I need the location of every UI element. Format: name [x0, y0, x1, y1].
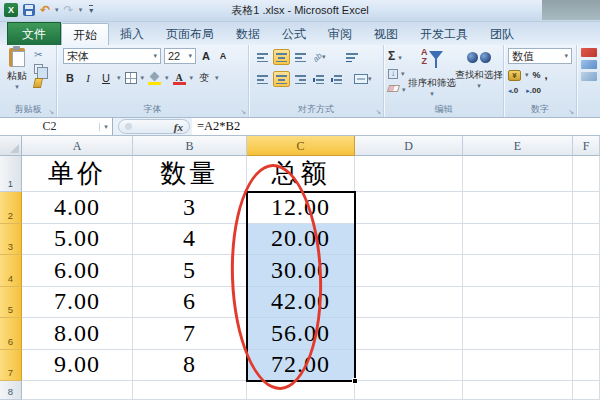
fill-color-dropdown-icon[interactable]: ▾ [165, 74, 169, 82]
cell-B4[interactable]: 5 [133, 255, 247, 287]
underline-dropdown-icon[interactable]: ▾ [117, 74, 121, 82]
cell-B6[interactable]: 7 [133, 318, 247, 350]
number-format-select[interactable]: 数值 ▾ [508, 48, 572, 64]
cell-A8[interactable] [22, 381, 133, 400]
row-header-4[interactable]: 4 [0, 255, 22, 287]
cell-C5[interactable]: 42.00 [247, 287, 355, 319]
tab-insert[interactable]: 插入 [109, 24, 155, 45]
cell-D2[interactable] [355, 192, 463, 224]
underline-button[interactable]: U [99, 70, 113, 86]
find-select-button[interactable]: 查找和选择 ▾ [455, 48, 503, 90]
bold-button[interactable]: B [63, 70, 77, 86]
cell-E2[interactable] [463, 192, 573, 224]
number-dialog-launcher-icon[interactable]: ↘ [568, 108, 574, 115]
clear-icon[interactable]: ▾ [388, 82, 406, 94]
paste-button[interactable]: 粘贴 ▾ [4, 48, 30, 91]
insert-function-button[interactable]: fx [118, 119, 190, 134]
cell-A7[interactable]: 9.00 [22, 350, 133, 382]
cell-C1[interactable]: 总额 [247, 156, 355, 192]
wrap-text-icon[interactable] [344, 49, 360, 65]
grow-font-icon[interactable]: A [199, 48, 213, 64]
cell-B7[interactable]: 8 [133, 350, 247, 382]
align-right-icon[interactable] [293, 71, 308, 87]
accounting-dropdown-icon[interactable]: ▾ [525, 71, 529, 79]
borders-dropdown-icon[interactable]: ▾ [141, 74, 145, 82]
row-header-3[interactable]: 3 [0, 224, 22, 256]
cell-B2[interactable]: 3 [133, 192, 247, 224]
number-format-dropdown-icon[interactable]: ▾ [564, 52, 568, 60]
increase-indent-icon[interactable] [329, 71, 344, 87]
cell-C6[interactable]: 56.00 [247, 318, 355, 350]
cell-D5[interactable] [355, 287, 463, 319]
cell-B3[interactable]: 4 [133, 224, 247, 256]
select-all-corner[interactable] [0, 136, 22, 156]
column-header-B[interactable]: B [133, 136, 247, 156]
cell-C2[interactable]: 12.00 [247, 192, 355, 224]
row-header-2[interactable]: 2 [0, 192, 22, 224]
tab-view[interactable]: 视图 [363, 24, 409, 45]
cell-F8[interactable] [573, 381, 600, 400]
name-box-dropdown-icon[interactable]: ▾ [99, 123, 112, 131]
orientation-icon[interactable]: ab▾ [311, 49, 327, 65]
alignment-dialog-launcher-icon[interactable]: ↘ [375, 108, 381, 115]
column-header-A[interactable]: A [22, 136, 133, 156]
cell-A5[interactable]: 7.00 [22, 287, 133, 319]
cell-E8[interactable] [463, 381, 573, 400]
merge-center-icon[interactable]: ▾ [352, 71, 374, 87]
column-header-D[interactable]: D [355, 136, 463, 156]
cell-E5[interactable] [463, 287, 573, 319]
font-dialog-launcher-icon[interactable]: ↘ [240, 108, 246, 115]
font-name-input[interactable]: 宋体 ▾ [63, 48, 161, 64]
align-left-icon[interactable] [255, 71, 270, 87]
cell-E6[interactable] [463, 318, 573, 350]
tab-page-layout[interactable]: 页面布局 [155, 24, 225, 45]
font-color-icon[interactable]: A [173, 72, 186, 85]
decrease-indent-icon[interactable] [311, 71, 326, 87]
column-header-C[interactable]: C [247, 136, 355, 156]
cell-E1[interactable] [463, 156, 573, 192]
fill-handle[interactable] [352, 378, 358, 384]
fill-down-icon[interactable]: ↓ ▾ [388, 66, 406, 79]
cell-B1[interactable]: 数量 [133, 156, 247, 192]
paste-dropdown-icon[interactable]: ▾ [4, 83, 30, 91]
cell-F3[interactable] [573, 224, 600, 256]
row-header-6[interactable]: 6 [0, 318, 22, 350]
tab-review[interactable]: 审阅 [317, 24, 363, 45]
find-select-dropdown-icon[interactable]: ▾ [455, 82, 503, 90]
formula-input[interactable]: =A2*B2 [192, 118, 600, 135]
cell-styles-icon[interactable] [581, 72, 597, 81]
tab-formulas[interactable]: 公式 [271, 24, 317, 45]
cell-D1[interactable] [355, 156, 463, 192]
font-name-dropdown-icon[interactable]: ▾ [153, 52, 157, 60]
cell-D7[interactable] [355, 350, 463, 382]
copy-icon[interactable] [34, 64, 43, 74]
cell-A6[interactable]: 8.00 [22, 318, 133, 350]
align-top-icon[interactable] [255, 49, 270, 65]
autosum-icon[interactable]: Σ ▾ [388, 49, 406, 63]
comma-style-icon[interactable]: , [545, 69, 548, 81]
increase-decimal-icon[interactable]: ◂.0 [508, 86, 518, 95]
name-box[interactable]: C2 ▾ [0, 118, 113, 135]
row-header-8[interactable]: 8 [0, 381, 22, 400]
tab-file[interactable]: 文件 [7, 22, 61, 45]
cut-icon[interactable]: ✂ [34, 49, 43, 60]
cell-B5[interactable]: 6 [133, 287, 247, 319]
row-header-5[interactable]: 5 [0, 287, 22, 319]
cell-F4[interactable] [573, 255, 600, 287]
sort-filter-dropdown-icon[interactable]: ▾ [408, 90, 456, 98]
cell-A2[interactable]: 4.00 [22, 192, 133, 224]
cell-C3[interactable]: 20.00 [247, 224, 355, 256]
cell-E4[interactable] [463, 255, 573, 287]
sort-filter-button[interactable]: AZ 排序和筛选 ▾ [408, 48, 456, 98]
phonetic-dropdown-icon[interactable]: ▾ [215, 74, 219, 82]
percent-style-icon[interactable]: % [533, 70, 541, 80]
conditional-formatting-icon[interactable] [581, 48, 597, 57]
tab-team[interactable]: 团队 [479, 24, 525, 45]
cell-F1[interactable] [573, 156, 600, 192]
font-size-input[interactable]: 22 ▾ [164, 48, 196, 64]
align-center-icon[interactable] [273, 71, 290, 87]
cell-A4[interactable]: 6.00 [22, 255, 133, 287]
cell-F7[interactable] [573, 350, 600, 382]
cell-A1[interactable]: 单价 [22, 156, 133, 192]
cell-D8[interactable] [355, 381, 463, 400]
